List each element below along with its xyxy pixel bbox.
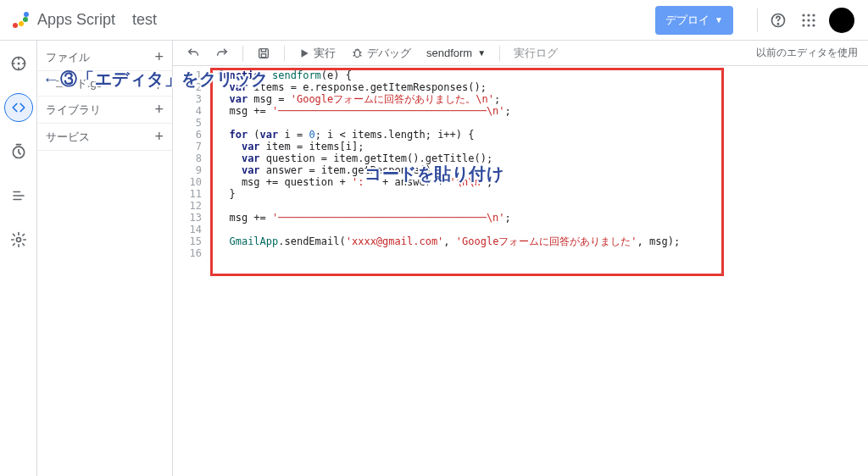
- rail-overview-icon[interactable]: [4, 49, 33, 78]
- svg-point-3: [24, 12, 29, 17]
- project-name[interactable]: test: [132, 11, 157, 29]
- svg-point-10: [807, 19, 810, 21]
- function-name: sendform: [426, 47, 472, 59]
- line-gutter: 12345678910111213141516: [173, 66, 210, 259]
- sidebar-section-label: ファイル: [46, 50, 90, 65]
- svg-marker-21: [302, 49, 309, 57]
- svg-point-9: [802, 19, 804, 21]
- svg-point-13: [807, 24, 810, 26]
- avatar[interactable]: [829, 8, 854, 33]
- svg-point-5: [777, 23, 778, 24]
- run-label: 実行: [314, 46, 336, 61]
- file-item[interactable]: コード.gs ⋮: [37, 71, 172, 97]
- separator: [757, 8, 758, 32]
- legacy-editor-link[interactable]: 以前のエディタを使用: [756, 46, 860, 60]
- apps-grid-icon[interactable]: [798, 10, 819, 30]
- add-library-icon[interactable]: +: [154, 101, 164, 119]
- debug-button[interactable]: デバッグ: [346, 44, 416, 63]
- file-sidebar: ファイル + コード.gs ⋮ ライブラリ + サービス +: [37, 41, 173, 476]
- save-button[interactable]: [252, 45, 275, 62]
- help-icon[interactable]: [768, 10, 788, 30]
- svg-point-14: [812, 24, 815, 26]
- svg-point-18: [16, 238, 20, 242]
- rail-settings-icon[interactable]: [4, 225, 33, 254]
- rail-executions-icon[interactable]: [4, 181, 33, 210]
- deploy-button[interactable]: デプロイ ▼: [655, 6, 733, 35]
- svg-point-6: [802, 14, 804, 16]
- editor-toolbar: 実行 デバッグ sendform ▼ 実行ログ 以前のエディタを使用: [173, 41, 868, 66]
- apps-script-logo-icon: [10, 10, 31, 30]
- add-file-icon[interactable]: +: [154, 48, 164, 66]
- svg-point-16: [18, 63, 19, 64]
- function-select[interactable]: sendform ▼: [421, 47, 491, 59]
- redo-button[interactable]: [210, 45, 234, 62]
- svg-point-12: [802, 24, 804, 26]
- svg-point-11: [812, 19, 815, 21]
- svg-point-2: [23, 17, 28, 22]
- svg-point-22: [354, 50, 359, 58]
- left-rail: [0, 41, 37, 476]
- sidebar-section-label: サービス: [46, 130, 90, 145]
- log-label: 実行ログ: [514, 46, 558, 61]
- sidebar-section-label: ライブラリ: [46, 102, 101, 118]
- caret-down-icon: ▼: [715, 15, 723, 25]
- rail-editor-icon[interactable]: [4, 93, 33, 122]
- rail-triggers-icon[interactable]: [4, 137, 33, 166]
- more-vert-icon[interactable]: ⋮: [153, 77, 164, 90]
- code-content[interactable]: function sendform(e) { var items = e.res…: [210, 66, 868, 266]
- add-service-icon[interactable]: +: [154, 128, 164, 146]
- code-editor[interactable]: 12345678910111213141516 function sendfor…: [173, 66, 868, 476]
- editor-area: 実行 デバッグ sendform ▼ 実行ログ 以前のエディタを使用 12345…: [173, 41, 868, 476]
- app-name: Apps Script: [37, 11, 115, 29]
- caret-down-icon: ▼: [477, 48, 486, 58]
- svg-point-1: [19, 21, 24, 26]
- execution-log-button[interactable]: 実行ログ: [509, 44, 563, 63]
- file-name: コード.gs: [54, 76, 102, 91]
- svg-point-8: [812, 14, 815, 16]
- svg-point-0: [13, 23, 18, 28]
- run-button[interactable]: 実行: [293, 44, 341, 63]
- deploy-button-label: デプロイ: [665, 13, 709, 28]
- svg-point-7: [807, 14, 810, 16]
- svg-rect-20: [261, 53, 265, 57]
- undo-button[interactable]: [181, 45, 205, 62]
- app-header: Apps Script test デプロイ ▼: [0, 0, 868, 41]
- sidebar-section-services: サービス +: [37, 124, 172, 151]
- debug-label: デバッグ: [367, 46, 411, 61]
- sidebar-section-files: ファイル +: [37, 44, 172, 71]
- sidebar-section-libraries: ライブラリ +: [37, 97, 172, 124]
